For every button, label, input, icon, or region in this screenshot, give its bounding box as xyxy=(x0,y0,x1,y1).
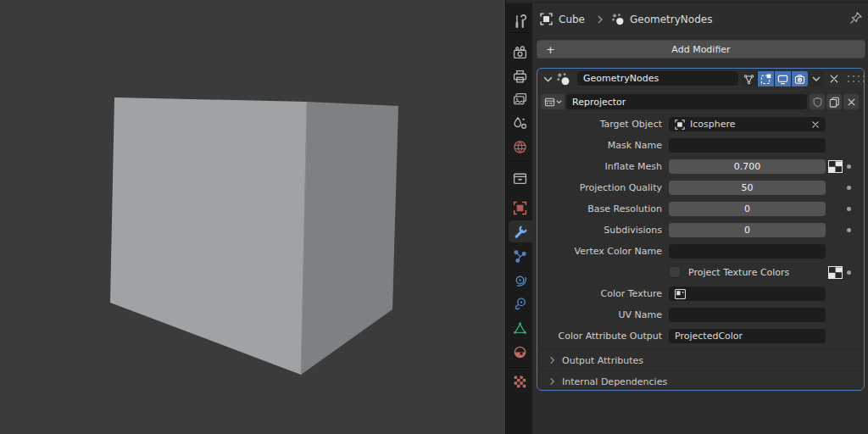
property-row: Subdivisions 0 xyxy=(537,223,864,237)
object-icon xyxy=(540,13,553,25)
node-tree-icon xyxy=(544,97,555,108)
keyframe-dot[interactable] xyxy=(847,270,851,275)
edit-mode-display-toggle[interactable] xyxy=(741,71,757,86)
plus-icon: + xyxy=(546,43,555,56)
modifier-extras-dropdown[interactable] xyxy=(809,71,824,86)
tab-separator xyxy=(509,32,529,33)
projection-quality-slider[interactable]: 50 xyxy=(669,181,826,195)
properties-tab-bar xyxy=(506,0,532,434)
tab-particles[interactable] xyxy=(508,245,532,267)
geometry-nodes-icon xyxy=(611,13,624,25)
wrench-icon xyxy=(514,225,528,239)
color-attribute-output-field[interactable]: ProjectedColor xyxy=(669,329,826,343)
globe-icon xyxy=(513,140,527,154)
tab-object[interactable] xyxy=(508,197,532,219)
project-texture-colors-checkbox[interactable] xyxy=(669,266,681,278)
chevron-down-icon xyxy=(556,99,562,104)
mask-name-field[interactable] xyxy=(669,138,826,153)
projection-quality-label: Projection Quality xyxy=(537,181,662,195)
subpanel-internal-dependencies[interactable]: Internal Dependencies xyxy=(537,374,864,389)
target-object-label: Target Object xyxy=(537,117,662,131)
chevron-right-icon xyxy=(548,356,556,364)
tab-world[interactable] xyxy=(508,136,532,158)
tab-object-data[interactable] xyxy=(508,317,532,339)
uv-name-label: UV Name xyxy=(537,308,662,322)
cube-object[interactable] xyxy=(110,97,398,375)
breadcrumb-modifier: GeometryNodes xyxy=(630,9,712,30)
scene-icon xyxy=(513,116,527,131)
color-attribute-output-label: Color Attribute Output xyxy=(537,329,662,343)
property-row: Projection Quality 50 xyxy=(537,181,864,195)
keyframe-dot[interactable] xyxy=(847,207,851,211)
property-row: Target Object Icosphere xyxy=(537,117,864,131)
tab-collection[interactable] xyxy=(508,167,532,189)
unlink-node-group-button[interactable] xyxy=(843,94,859,109)
breadcrumb-object: Cube xyxy=(559,9,585,30)
property-row: Base Resolution 0 xyxy=(537,202,864,216)
tab-tool[interactable] xyxy=(508,10,532,32)
modifier-name: GeometryNodes xyxy=(583,73,659,84)
viewport-display-toggle[interactable] xyxy=(775,71,791,86)
base-resolution-label: Base Resolution xyxy=(537,202,662,216)
expand-chevron-icon[interactable] xyxy=(543,75,553,83)
pin-icon[interactable] xyxy=(849,11,863,25)
tab-texture[interactable] xyxy=(508,370,532,392)
inflate-mesh-label: Inflate Mesh xyxy=(537,159,662,174)
add-modifier-button[interactable]: + Add Modifier xyxy=(537,40,865,58)
node-group-name-field[interactable]: Reprojector xyxy=(566,94,807,109)
tool-icon xyxy=(513,14,527,29)
images-stack-icon xyxy=(513,92,527,107)
texture-checker-icon xyxy=(513,375,527,389)
tab-scene[interactable] xyxy=(508,112,532,134)
chevron-right-icon xyxy=(548,377,556,386)
constraints-icon xyxy=(513,297,527,311)
shield-icon xyxy=(812,97,823,108)
subpanel-output-attributes[interactable]: Output Attributes xyxy=(537,353,864,368)
tab-output[interactable] xyxy=(508,65,532,87)
render-camera-icon xyxy=(513,46,527,60)
property-row: Project Texture Colors xyxy=(537,265,864,280)
target-object-field[interactable]: Icosphere xyxy=(669,117,826,131)
image-texture-icon xyxy=(675,289,686,299)
keyframe-dot[interactable] xyxy=(847,164,851,169)
mask-name-label: Mask Name xyxy=(537,138,662,153)
subdivisions-slider[interactable]: 0 xyxy=(669,223,826,237)
subdivisions-label: Subdivisions xyxy=(537,223,662,237)
uv-name-field[interactable] xyxy=(669,308,826,322)
drag-handle[interactable] xyxy=(848,75,866,84)
keyframe-dot[interactable] xyxy=(847,228,851,232)
tab-physics[interactable] xyxy=(508,269,532,291)
project-texture-colors-label: Project Texture Colors xyxy=(688,265,789,280)
object-brackets-icon xyxy=(513,201,527,215)
vertex-color-name-label: Vertex Color Name xyxy=(537,244,662,259)
divider xyxy=(538,370,863,371)
tab-constraints[interactable] xyxy=(508,292,532,314)
chevron-right-icon xyxy=(596,15,604,24)
render-display-toggle[interactable] xyxy=(792,71,808,86)
fake-user-toggle[interactable] xyxy=(810,94,825,109)
keyframe-dot[interactable] xyxy=(847,186,851,190)
tab-view-layer[interactable] xyxy=(508,88,532,110)
add-modifier-label: Add Modifier xyxy=(671,44,730,55)
browse-node-group-button[interactable] xyxy=(541,94,565,109)
tab-material[interactable] xyxy=(508,341,532,363)
use-attribute-toggle-icon[interactable] xyxy=(828,266,843,279)
property-row: Mask Name xyxy=(537,138,864,153)
new-copy-button[interactable] xyxy=(826,94,842,109)
clear-object-icon[interactable] xyxy=(811,120,820,129)
property-row: Inflate Mesh 0.700 xyxy=(537,159,864,174)
cube-side-face[interactable] xyxy=(301,102,398,375)
tab-render[interactable] xyxy=(508,42,532,64)
modifier-name-field[interactable]: GeometryNodes xyxy=(577,71,738,86)
on-cage-toggle[interactable] xyxy=(758,71,774,86)
3d-viewport[interactable] xyxy=(0,0,505,434)
cube-front-face[interactable] xyxy=(110,97,307,375)
remove-modifier-icon[interactable] xyxy=(829,74,839,84)
breadcrumb: Cube GeometryNodes xyxy=(540,9,862,30)
base-resolution-slider[interactable]: 0 xyxy=(669,202,826,216)
color-texture-field[interactable] xyxy=(669,287,826,301)
use-attribute-toggle-icon[interactable] xyxy=(828,160,843,173)
tab-modifiers[interactable] xyxy=(509,220,532,242)
inflate-mesh-slider[interactable]: 0.700 xyxy=(669,159,826,174)
vertex-color-name-field[interactable] xyxy=(669,244,826,259)
